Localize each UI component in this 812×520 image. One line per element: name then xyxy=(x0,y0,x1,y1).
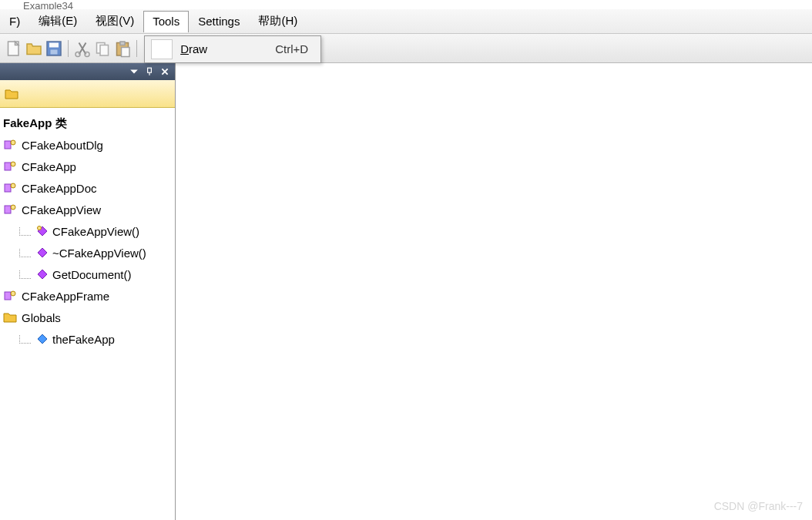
svg-rect-2 xyxy=(49,42,59,47)
menu-settings[interactable]: Settings xyxy=(189,11,249,32)
menu-help[interactable]: 帮助(H) xyxy=(249,10,307,32)
svg-rect-16 xyxy=(5,141,11,149)
toolbar xyxy=(0,34,812,63)
pane-close-icon[interactable] xyxy=(159,66,170,77)
menu-view[interactable]: 视图(V) xyxy=(86,10,143,32)
svg-point-23 xyxy=(11,205,15,210)
svg-rect-25 xyxy=(5,292,11,300)
svg-rect-9 xyxy=(120,42,125,45)
menu-tools[interactable]: Tools Draw Ctrl+D xyxy=(143,11,189,32)
menu-edit[interactable]: 编辑(E) xyxy=(29,10,86,32)
tree-guide-icon xyxy=(17,335,32,344)
variable-icon xyxy=(37,334,48,344)
tree-variable-item[interactable]: theFakeApp xyxy=(3,328,172,350)
svg-rect-7 xyxy=(100,45,109,55)
tree-item-label: GetDocument() xyxy=(52,268,132,281)
svg-point-26 xyxy=(11,291,15,296)
document-area xyxy=(176,63,812,520)
class-icon xyxy=(3,160,17,173)
paste-button[interactable] xyxy=(113,39,132,58)
tree-guide-icon xyxy=(17,270,32,279)
tree-class-item[interactable]: CFakeAppFrame xyxy=(3,285,172,307)
folder-icon xyxy=(3,311,17,324)
svg-rect-22 xyxy=(5,206,11,213)
title-bar: Example34 xyxy=(0,0,812,9)
tree-method-item[interactable]: ~CFakeAppView() xyxy=(3,242,172,263)
tree-root-label: FakeApp 类 xyxy=(3,116,67,131)
copy-button[interactable] xyxy=(93,39,112,58)
pane-header xyxy=(0,63,175,80)
pane-pin-icon[interactable] xyxy=(144,66,155,77)
tree-guide-icon xyxy=(17,227,32,236)
tree-class-item[interactable]: CFakeAppView xyxy=(3,199,172,220)
tree-class-item[interactable]: CFakeAboutDlg xyxy=(3,134,172,156)
class-view-pane: FakeApp 类 CFakeAboutDlg CFakeApp CFakeAp… xyxy=(0,63,176,520)
svg-point-21 xyxy=(11,183,15,188)
save-button[interactable] xyxy=(45,39,63,58)
svg-point-24 xyxy=(38,226,42,230)
watermark: CSDN @Frank---7 xyxy=(714,500,803,512)
class-icon xyxy=(3,139,17,151)
menu-draw[interactable]: Draw Ctrl+D xyxy=(145,36,320,62)
tree-item-label: CFakeAppView xyxy=(22,203,101,216)
svg-rect-20 xyxy=(5,184,11,192)
tree-method-item[interactable]: GetDocument() xyxy=(3,263,172,285)
tree-item-label: ~CFakeAppView() xyxy=(52,247,146,260)
folder-icon xyxy=(5,88,18,100)
open-button[interactable] xyxy=(25,39,43,58)
svg-point-19 xyxy=(11,162,15,166)
new-button[interactable] xyxy=(5,39,23,58)
tree-class-item[interactable]: CFakeAppDoc xyxy=(3,177,172,199)
class-icon xyxy=(3,290,17,302)
draw-icon xyxy=(151,39,173,59)
class-icon xyxy=(3,203,17,216)
tree-guide-icon xyxy=(17,249,32,257)
svg-rect-10 xyxy=(122,47,130,56)
tree-item-label: CFakeAppDoc xyxy=(22,182,97,195)
tree-item-label: CFakeAboutDlg xyxy=(22,139,103,152)
tree-item-label: CFakeAppView() xyxy=(52,225,139,238)
tree-method-item[interactable]: CFakeAppView() xyxy=(3,220,172,242)
menu-tools-label: Tools xyxy=(153,15,180,28)
tree-item-label: CFakeApp xyxy=(22,160,76,173)
toolbar-separator xyxy=(68,40,69,57)
pane-dropdown-icon[interactable] xyxy=(129,66,139,77)
menu-draw-shortcut: Ctrl+D xyxy=(275,42,314,55)
method-icon xyxy=(37,247,48,258)
class-tree: FakeApp 类 CFakeAboutDlg CFakeApp CFakeAp… xyxy=(0,108,175,520)
svg-point-17 xyxy=(11,140,15,145)
pane-folder-bar[interactable] xyxy=(0,80,175,108)
svg-rect-3 xyxy=(51,49,58,54)
tree-item-label: CFakeAppFrame xyxy=(22,290,109,303)
cut-button[interactable] xyxy=(73,39,92,58)
tools-dropdown: Draw Ctrl+D xyxy=(144,35,321,63)
toolbar-separator xyxy=(136,40,137,57)
menu-file[interactable]: F) xyxy=(0,11,29,32)
method-ctor-icon xyxy=(37,226,48,237)
tree-item-label: theFakeApp xyxy=(52,333,115,346)
tree-item-label: Globals xyxy=(22,311,61,324)
tree-class-item[interactable]: CFakeApp xyxy=(3,156,172,177)
tree-root[interactable]: FakeApp 类 xyxy=(3,112,172,134)
svg-rect-14 xyxy=(148,68,152,72)
class-icon xyxy=(3,182,17,194)
menubar: F) 编辑(E) 视图(V) Tools Draw Ctrl+D Setting… xyxy=(0,9,812,34)
menu-draw-label: Draw xyxy=(180,42,275,55)
method-icon xyxy=(37,269,48,280)
tree-folder-item[interactable]: Globals xyxy=(3,307,172,328)
svg-rect-18 xyxy=(5,163,11,170)
